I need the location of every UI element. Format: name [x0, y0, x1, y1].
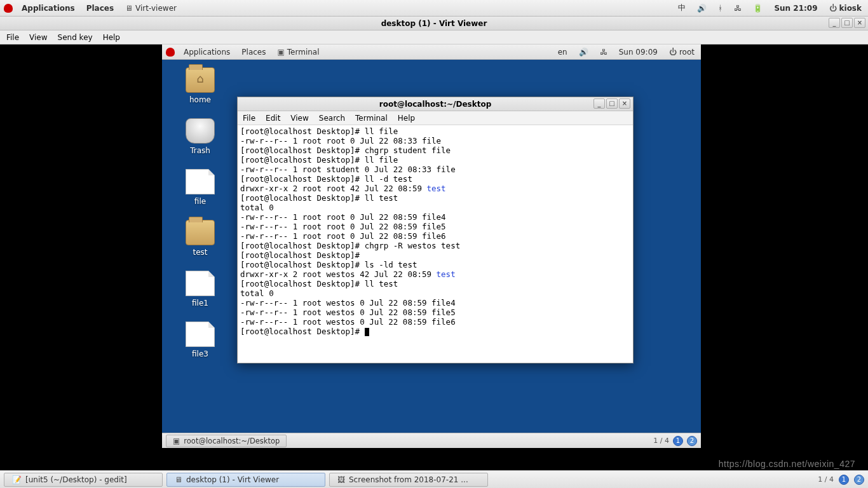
desktop-icon-file3[interactable]: file3: [175, 322, 226, 358]
virt-maximize-button[interactable]: □: [841, 18, 853, 28]
virt-viewer-window: desktop (1) - Virt Viewer _ □ × File Vie…: [0, 17, 868, 470]
guest-places-menu[interactable]: Places: [239, 48, 268, 57]
virt-viewer-titlebar[interactable]: desktop (1) - Virt Viewer _ □ ×: [0, 17, 868, 30]
terminal-menu-edit[interactable]: Edit: [266, 114, 280, 123]
virt-viewer-title: desktop (1) - Virt Viewer: [381, 19, 487, 28]
guest-volume-icon[interactable]: 🔊: [576, 48, 591, 57]
desktop-icon-home[interactable]: home: [175, 67, 226, 104]
host-top-panel: Applications Places 🖥 Virt-viewer 中 🔊 ᚼ …: [0, 0, 868, 17]
folder-home-icon: [186, 67, 215, 93]
host-applications-menu[interactable]: Applications: [19, 0, 78, 16]
logout-icon: ⏻: [829, 4, 837, 13]
guest-pager-secondary[interactable]: 2: [687, 436, 697, 446]
guest-network-icon[interactable]: 🖧: [597, 48, 610, 57]
desktop-icon-label: file3: [175, 349, 226, 358]
host-ime-indicator[interactable]: 中: [675, 0, 688, 16]
desktop-icon-file[interactable]: file: [175, 169, 226, 206]
terminal-menu-view[interactable]: View: [290, 114, 308, 123]
terminal-title: root@localhost:~/Desktop: [379, 100, 492, 109]
guest-top-panel: Applications Places ▣ Terminal en 🔊 🖧 Su…: [162, 44, 701, 60]
host-running-app-label: Virt-viewer: [135, 4, 177, 13]
guest-workspace-pager: 1 / 4 1 2: [653, 436, 697, 446]
host-user-menu[interactable]: ⏻ kiosk: [827, 0, 864, 16]
guest-taskbar-item-terminal[interactable]: ▣ root@localhost:~/Desktop: [166, 435, 287, 447]
guest-user-label: root: [679, 48, 695, 57]
monitor-icon: 🖥: [125, 4, 133, 13]
file-icon: [186, 169, 215, 194]
guest-applications-menu[interactable]: Applications: [181, 48, 233, 57]
host-user-label: kiosk: [839, 4, 862, 13]
desktop-icon-label: file1: [175, 299, 226, 308]
guest-running-app-label: Terminal: [287, 48, 320, 57]
desktop-icon-file1[interactable]: file1: [175, 271, 226, 308]
host-taskbar: 📝 [unit5 (~/Desktop) - gedit] 🖥 desktop …: [0, 470, 868, 488]
trash-icon: [186, 118, 215, 144]
terminal-window: root@localhost:~/Desktop _ □ × File Edit…: [237, 97, 634, 363]
virt-menu-help[interactable]: Help: [103, 33, 120, 42]
terminal-maximize-button[interactable]: □: [606, 98, 618, 109]
host-workspace-pager: 1 / 4 1 2: [818, 475, 864, 485]
host-places-menu[interactable]: Places: [84, 0, 116, 16]
folder-icon: [186, 220, 215, 245]
terminal-output[interactable]: [root@localhost Desktop]# ll file-rw-r--…: [238, 125, 633, 363]
image-icon: 🖼: [337, 475, 345, 484]
guest-logout-icon: ⏻: [669, 48, 677, 57]
terminal-app-icon: ▣: [277, 48, 284, 57]
guest-clock[interactable]: Sun 09:09: [616, 48, 660, 57]
terminal-menu-file[interactable]: File: [243, 114, 255, 123]
guest-running-app[interactable]: ▣ Terminal: [275, 48, 322, 57]
desktop-icon-label: test: [175, 248, 226, 257]
terminal-menu-terminal[interactable]: Terminal: [355, 114, 388, 123]
guest-lang-indicator[interactable]: en: [555, 48, 570, 57]
terminal-titlebar[interactable]: root@localhost:~/Desktop _ □ ×: [238, 97, 633, 111]
terminal-menu-help[interactable]: Help: [398, 114, 415, 123]
desktop-icon-label: home: [175, 95, 226, 104]
gedit-icon: 📝: [12, 475, 22, 484]
terminal-minimize-button[interactable]: _: [593, 98, 605, 109]
file-icon: [186, 271, 215, 296]
network-icon[interactable]: 🖧: [731, 0, 744, 16]
desktop-icon-label: Trash: [175, 146, 226, 155]
host-pager-secondary[interactable]: 2: [854, 475, 864, 485]
desktop-icons-area: home Trash file test file1: [175, 67, 226, 372]
file-icon: [186, 322, 215, 347]
host-pager-indicator[interactable]: 1: [839, 475, 849, 485]
guest-pager-label: 1 / 4: [653, 437, 669, 445]
bluetooth-icon[interactable]: ᚼ: [715, 0, 725, 16]
guest-user-menu[interactable]: ⏻ root: [667, 48, 697, 57]
host-pager-label: 1 / 4: [818, 475, 834, 484]
virt-menu-sendkey[interactable]: Send key: [58, 33, 93, 42]
virtviewer-icon: 🖥: [175, 475, 182, 484]
desktop-icon-test[interactable]: test: [175, 220, 226, 257]
host-running-app[interactable]: 🖥 Virt-viewer: [123, 0, 179, 16]
host-taskbar-item-label: Screenshot from 2018-07-21 ...: [349, 475, 468, 484]
guest-redhat-icon: [166, 48, 175, 57]
redhat-icon: [4, 4, 13, 13]
host-taskbar-item-label: desktop (1) - Virt Viewer: [186, 475, 279, 484]
host-taskbar-item-screenshot[interactable]: 🖼 Screenshot from 2018-07-21 ...: [329, 473, 488, 487]
terminal-close-button[interactable]: ×: [619, 98, 630, 109]
terminal-menu-search[interactable]: Search: [319, 114, 345, 123]
host-clock[interactable]: Sun 21:09: [771, 0, 820, 16]
virt-viewer-menubar: File View Send key Help: [0, 30, 868, 44]
guest-taskbar-item-label: root@localhost:~/Desktop: [184, 437, 280, 445]
terminal-menubar: File Edit View Search Terminal Help: [238, 111, 633, 125]
host-taskbar-item-gedit[interactable]: 📝 [unit5 (~/Desktop) - gedit]: [4, 473, 163, 487]
guest-taskbar: ▣ root@localhost:~/Desktop 1 / 4 1 2: [162, 433, 701, 448]
terminal-taskbar-icon: ▣: [173, 437, 180, 445]
desktop-icon-label: file: [175, 197, 226, 206]
host-taskbar-item-virtviewer[interactable]: 🖥 desktop (1) - Virt Viewer: [166, 473, 325, 487]
virt-menu-view[interactable]: View: [29, 33, 47, 42]
guest-desktop[interactable]: Applications Places ▣ Terminal en 🔊 🖧 Su…: [162, 44, 701, 448]
guest-pager-indicator[interactable]: 1: [673, 436, 683, 446]
battery-icon[interactable]: 🔋: [750, 0, 765, 16]
virt-viewer-content: Applications Places ▣ Terminal en 🔊 🖧 Su…: [0, 44, 868, 470]
volume-icon[interactable]: 🔊: [695, 0, 709, 16]
virt-menu-file[interactable]: File: [6, 33, 19, 42]
desktop-icon-trash[interactable]: Trash: [175, 118, 226, 155]
virt-minimize-button[interactable]: _: [829, 18, 840, 28]
host-taskbar-item-label: [unit5 (~/Desktop) - gedit]: [25, 475, 127, 484]
virt-close-button[interactable]: ×: [854, 18, 865, 28]
